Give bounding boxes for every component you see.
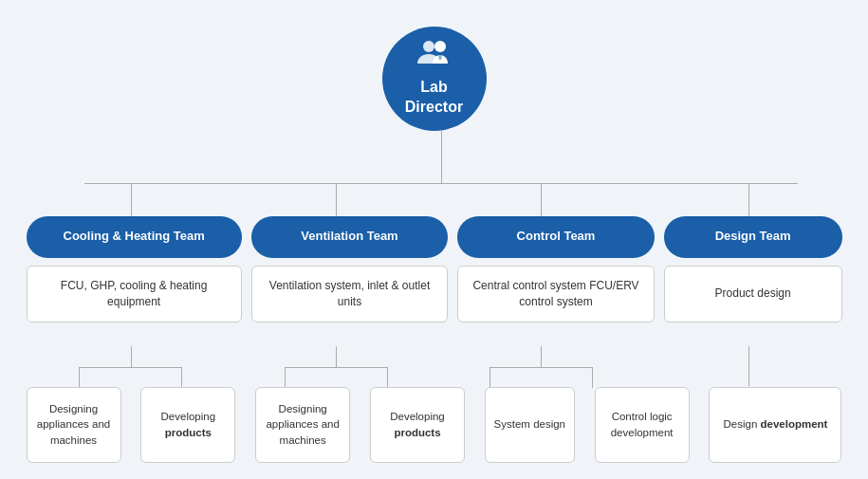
svg-point-0 xyxy=(423,41,434,52)
org-chart: Lab Director Cooling & Heating Team FCU,… xyxy=(8,8,861,472)
design-team-pill: Design Team xyxy=(664,216,842,258)
root-node: Lab Director xyxy=(382,27,487,131)
drop-control xyxy=(541,183,542,221)
cooling-sub-box-1: Designing appliances and machines xyxy=(27,387,121,463)
ventilation-team-box: Ventilation Team Ventilation system, inl… xyxy=(251,216,449,322)
cooling-sub-hspan xyxy=(79,367,181,368)
cooling-heating-team-pill: Cooling & Heating Team xyxy=(27,216,242,258)
design-desc: Product design xyxy=(664,266,842,322)
main-h-connector xyxy=(84,183,798,184)
lab-director-node: Lab Director xyxy=(382,27,487,131)
drop-ventilation xyxy=(336,183,337,221)
control-sub-1-label: System design xyxy=(494,416,565,432)
ventilation-sub-vdown xyxy=(336,346,337,367)
control-team-box: Control Team Central control system FCU/… xyxy=(457,216,655,322)
design-team-box: Design Team Product design xyxy=(664,216,842,322)
ventilation-sub-drop2 xyxy=(387,367,388,388)
drop-cooling xyxy=(131,183,132,221)
design-sub-1-label: Design development xyxy=(724,416,828,432)
ventilation-sub-box-1: Designing appliances and machines xyxy=(255,387,350,463)
ventilation-sub-box-2: Developing products xyxy=(370,387,465,463)
cooling-sub-vdown xyxy=(131,346,132,367)
control-sub-box-2: Control logic development xyxy=(595,387,690,463)
svg-point-1 xyxy=(434,41,446,52)
sub-boxes-row: Designing appliances and machines Develo… xyxy=(27,387,842,463)
ventilation-sub-2-label: Developing products xyxy=(377,409,458,439)
cooling-sub-drop2 xyxy=(181,367,182,388)
root-down-connector xyxy=(441,131,442,183)
control-sub-box-1: System design xyxy=(485,387,575,463)
ventilation-desc: Ventilation system, inlet & outlet units xyxy=(251,266,449,322)
lab-director-label2: Director xyxy=(405,98,463,118)
control-sub-drop1 xyxy=(489,367,490,388)
control-sub-2-label: Control logic development xyxy=(601,409,683,439)
cooling-sub-drop1 xyxy=(79,367,80,388)
svg-rect-2 xyxy=(438,54,441,60)
cooling-heating-desc: FCU, GHP, cooling & heating equipment xyxy=(27,266,242,322)
drop-design xyxy=(748,183,749,221)
cooling-sub-2-label: Developing products xyxy=(147,409,229,439)
lab-director-label: Lab xyxy=(420,78,447,98)
cooling-heating-team-box: Cooling & Heating Team FCU, GHP, cooling… xyxy=(27,216,242,322)
cooling-sub-box-2: Developing products xyxy=(140,387,235,463)
ventilation-team-pill: Ventilation Team xyxy=(251,216,449,258)
ventilation-sub-drop1 xyxy=(285,367,286,388)
people-icon xyxy=(417,39,452,74)
ventilation-sub-1-label: Designing appliances and machines xyxy=(262,401,343,447)
control-sub-hspan xyxy=(489,367,592,368)
teams-row: Cooling & Heating Team FCU, GHP, cooling… xyxy=(27,216,842,322)
control-team-pill: Control Team xyxy=(457,216,655,258)
cooling-sub-1-label: Designing appliances and machines xyxy=(33,401,115,447)
control-sub-drop2 xyxy=(592,367,593,388)
control-desc: Central control system FCU/ERV control s… xyxy=(457,266,655,322)
ventilation-sub-hspan xyxy=(285,367,387,368)
design-sub-vdown xyxy=(748,346,749,386)
control-sub-vdown xyxy=(541,346,542,367)
design-sub-box-1: Design development xyxy=(709,387,841,463)
